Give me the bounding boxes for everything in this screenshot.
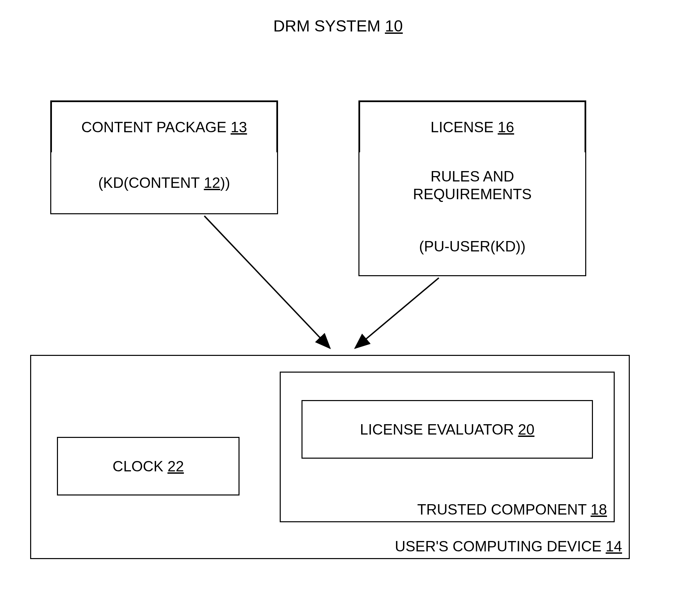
content-package-label: CONTENT PACKAGE 13 [52, 102, 276, 152]
title-text: DRM SYSTEM [273, 17, 381, 35]
diagram-title: DRM SYSTEM 10 [0, 17, 676, 35]
license-evaluator-box: LICENSE EVALUATOR 20 [301, 400, 593, 459]
content-package-box: CONTENT PACKAGE 13 [50, 101, 278, 154]
content-kd-label: (KD(CONTENT 12 )) [51, 152, 277, 213]
license-box: LICENSE 16 [358, 101, 586, 154]
pu-user-label: (PU-USER(KD)) [359, 218, 585, 275]
license-evaluator-label: LICENSE EVALUATOR 20 [302, 401, 592, 458]
pu-user-box: (PU-USER(KD)) [358, 218, 586, 276]
clock-box: CLOCK 22 [57, 437, 239, 495]
clock-label: CLOCK 22 [58, 438, 238, 494]
content-kd-box: (KD(CONTENT 12 )) [50, 152, 278, 214]
user-device-label: USER'S COMPUTING DEVICE 14 [395, 538, 622, 555]
arrow-license-to-device [355, 278, 439, 348]
rules-label: RULES AND REQUIREMENTS [359, 152, 585, 218]
arrow-content-to-device [204, 216, 330, 348]
license-label: LICENSE 16 [360, 102, 584, 152]
rules-box: RULES AND REQUIREMENTS [358, 152, 586, 219]
title-ref: 10 [385, 17, 403, 35]
trusted-component-label: TRUSTED COMPONENT 18 [417, 501, 607, 518]
